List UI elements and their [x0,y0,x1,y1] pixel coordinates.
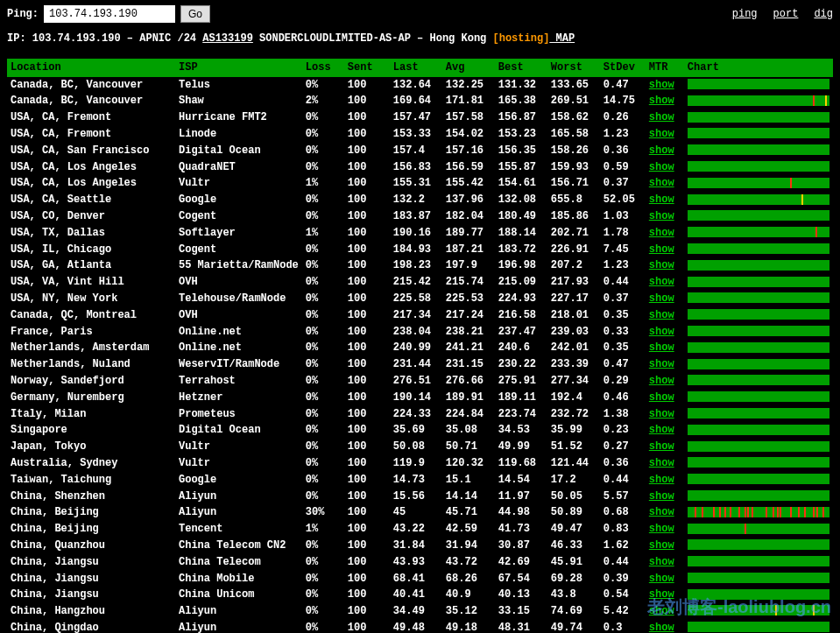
td-loss: 0% [302,373,344,390]
mtr-show-link[interactable]: show [649,408,674,420]
td-isp: China Telecom CN2 [175,538,302,554]
chart-cell [688,309,829,321]
td-worst: 202.71 [547,225,600,242]
mtr-show-link[interactable]: show [649,309,674,321]
chart-spike [798,507,800,517]
td-last: 153.33 [390,126,442,143]
td-location: USA, CA, Los Angeles [7,159,175,176]
mtr-show-link[interactable]: show [649,440,674,453]
td-best: 49.99 [495,439,547,455]
td-isp: Google [175,472,302,489]
mtr-show-link[interactable]: show [649,523,674,535]
mtr-show-link[interactable]: show [649,292,674,305]
mtr-show-link[interactable]: show [649,161,674,173]
td-stdev: 1.23 [600,257,646,274]
mtr-show-link[interactable]: show [649,506,674,518]
mtr-show-link[interactable]: show [649,474,674,486]
nav-dig[interactable]: dig [814,7,833,22]
td-stdev: 5.57 [600,489,646,505]
mtr-show-link[interactable]: show [649,210,674,222]
chart-spike [815,227,817,237]
mtr-show-link[interactable]: show [649,424,674,436]
mtr-show-link[interactable]: show [649,605,674,617]
mtr-show-link[interactable]: show [649,573,674,585]
mtr-show-link[interactable]: show [649,588,674,601]
mtr-show-link[interactable]: show [649,144,674,157]
td-sent: 100 [344,521,390,538]
nav-ping[interactable]: ping [732,7,758,22]
mtr-show-link[interactable]: show [649,556,674,568]
table-row: China, JiangsuChina Mobile0%10068.4168.2… [7,571,833,587]
mtr-show-link[interactable]: show [649,193,674,206]
ip-input[interactable] [44,5,175,23]
td-loss: 0% [302,242,344,258]
chart-cell [688,112,829,124]
td-mtr: show [646,274,684,291]
map-link[interactable]: MAP [549,32,575,45]
td-loss: 0% [302,143,344,159]
td-loss: 0% [302,356,344,373]
td-stdev: 0.44 [600,472,646,489]
mtr-show-link[interactable]: show [649,490,674,503]
td-stdev: 0.44 [600,274,646,291]
table-row: Netherlands, NulandWeservIT/RamNode0%100… [7,356,833,373]
td-stdev: 0.54 [600,587,646,603]
td-sent: 100 [344,257,390,274]
mtr-show-link[interactable]: show [649,457,674,469]
td-isp: OVH [175,307,302,324]
mtr-show-link[interactable]: show [649,326,674,338]
td-last: 231.44 [390,356,442,373]
chart-bar [688,490,829,501]
td-last: 276.51 [390,373,442,390]
table-row: USA, CA, Los AngelesQuadraNET0%100156.83… [7,159,833,176]
mtr-show-link[interactable]: show [649,79,674,91]
chart-cell [688,507,829,519]
mtr-show-link[interactable]: show [649,128,674,140]
td-chart [684,340,833,356]
mtr-show-link[interactable]: show [649,276,674,288]
td-avg: 120.32 [442,455,495,472]
mtr-show-link[interactable]: show [649,375,674,387]
chart-spike [813,605,815,615]
td-chart [684,159,833,176]
mtr-show-link[interactable]: show [649,341,674,354]
td-loss: 0% [302,439,344,455]
td-chart [684,571,833,587]
ip-prefix: IP: 103.74.193.190 – APNIC /24 [7,32,202,45]
td-last: 240.99 [390,340,442,356]
mtr-show-link[interactable]: show [649,177,674,189]
table-row: USA, CO, DenverCogent0%100183.87182.0418… [7,208,833,225]
td-worst: 74.69 [547,603,600,620]
table-row: USA, VA, Vint HillOVH0%100215.42215.7421… [7,274,833,291]
chart-bar [688,457,829,468]
chart-spike [745,524,746,534]
go-button[interactable]: Go [180,5,210,23]
mtr-show-link[interactable]: show [649,227,674,239]
td-avg: 14.14 [442,489,495,505]
td-last: 217.34 [390,307,442,324]
mtr-show-link[interactable]: show [649,243,674,256]
mtr-show-link[interactable]: show [649,539,674,552]
td-location: Taiwan, Taichung [7,472,175,489]
table-row: USA, NY, New YorkTelehouse/RamNode0%1002… [7,291,833,307]
td-mtr: show [646,554,684,571]
mtr-show-link[interactable]: show [649,391,674,404]
td-sent: 100 [344,77,390,94]
as-link[interactable]: AS133199 [202,32,253,45]
mtr-show-link[interactable]: show [649,358,674,370]
td-mtr: show [646,159,684,176]
mtr-show-link[interactable]: show [649,622,674,633]
mtr-show-link[interactable]: show [649,95,674,107]
td-sent: 100 [344,324,390,341]
td-location: USA, NY, New York [7,291,175,307]
td-location: Canada, QC, Montreal [7,307,175,324]
chart-spike [766,507,767,517]
nav-port[interactable]: port [773,7,799,22]
td-mtr: show [646,521,684,538]
chart-bar [688,556,829,566]
chart-bar [688,95,829,106]
mtr-show-link[interactable]: show [649,111,674,123]
td-chart [684,257,833,274]
mtr-show-link[interactable]: show [649,259,674,271]
td-best: 67.54 [495,571,547,587]
